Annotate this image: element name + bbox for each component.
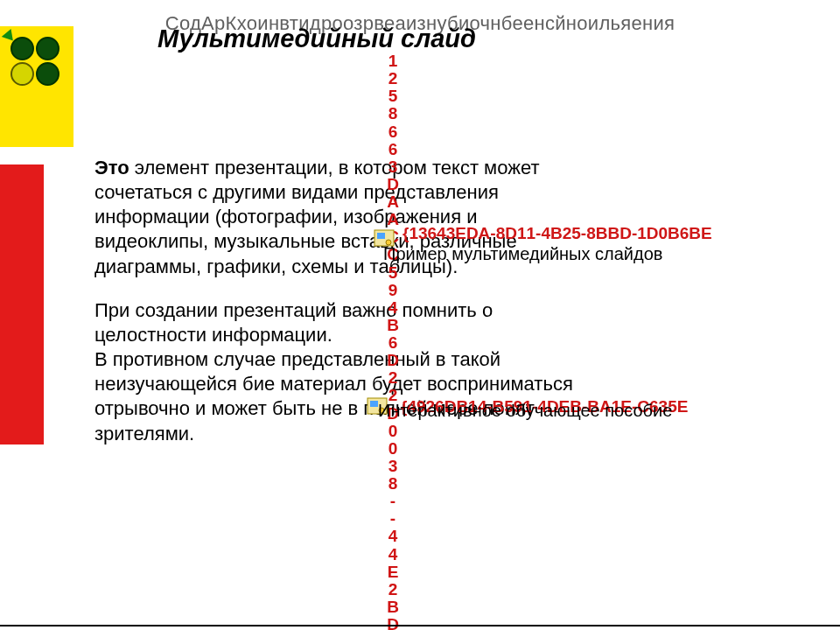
vertical-char-column: 1 2 5 8 6 6 3 D A A C С 5 9 4 В 6 D 2 2 … [382, 52, 403, 630]
body-spacer [94, 279, 584, 298]
svg-rect-4 [370, 401, 378, 407]
body-paragraph-2: При создании презентаций важно помнить о… [94, 298, 584, 347]
svg-rect-1 [377, 233, 385, 239]
sidebar-red [0, 164, 44, 444]
ole-caption-1: Пример мультимедийных слайдов [383, 244, 662, 264]
logo [5, 35, 66, 96]
ole-caption-2: Интерактивное обучающее пособие [378, 401, 672, 421]
logo-dot [10, 37, 34, 60]
logo-dot [10, 62, 34, 86]
bottom-rule [0, 625, 840, 626]
slide-title: Мультимедийный слайд [158, 24, 476, 53]
logo-dot [36, 37, 60, 60]
body-lead: Это [94, 157, 130, 178]
ole-guid-1: {13643EDA-8D11-4B25-8BBD-1D0B6BE [402, 224, 712, 243]
logo-dot [36, 62, 60, 86]
